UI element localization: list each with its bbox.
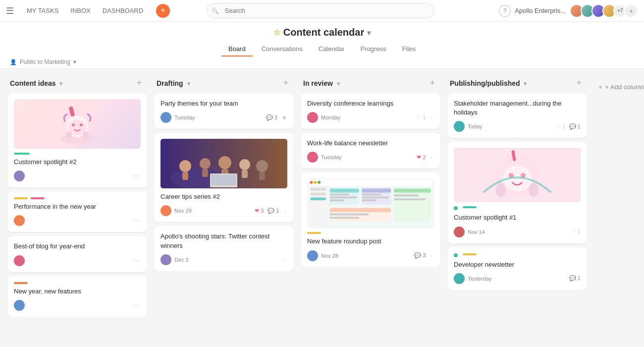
- card-career-tips-2[interactable]: Career tips series #2 Nov 29 ❤ 3 💬 1 ·: [155, 133, 293, 222]
- card-more-button[interactable]: ·: [283, 255, 287, 264]
- svg-rect-47: [394, 189, 430, 193]
- visibility-chevron-icon[interactable]: ▾: [73, 58, 76, 65]
- card-customer-spotlight-1[interactable]: Customer spotlight #1 Nov 14 ♡ 1: [448, 142, 587, 243]
- column-chevron-icon[interactable]: ▾: [337, 80, 340, 87]
- column-add-publishing[interactable]: +: [573, 77, 585, 89]
- card-avatar: [161, 254, 171, 265]
- add-column-button[interactable]: + + Add column: [594, 78, 644, 96]
- add-button[interactable]: +: [156, 4, 170, 18]
- card-illustration-unicorn2: [454, 148, 581, 202]
- card-footer: Tuesday 💬 3 ▾: [161, 112, 287, 123]
- svg-point-26: [314, 181, 317, 184]
- card-work-life-balance[interactable]: Work-life balance newsletter Tuesday ❤ 2…: [301, 133, 440, 169]
- svg-point-6: [66, 131, 72, 139]
- card-apollo-twitter[interactable]: Apollo's shooting stars: Twitter contest…: [155, 226, 293, 271]
- card-footer-right: 💬 3 ▾: [266, 113, 287, 122]
- card-more-button[interactable]: ···: [132, 301, 141, 310]
- search-input[interactable]: [207, 3, 434, 18]
- card-tags: [14, 197, 141, 199]
- card-footer-right: 💬 1: [569, 275, 581, 282]
- project-visibility: 👤 Public to Marketing ▾: [0, 57, 644, 68]
- tab-conversations[interactable]: Conversations: [255, 42, 310, 57]
- column-add-content-ideas[interactable]: +: [133, 77, 145, 89]
- card-date: Nov 28: [321, 253, 338, 259]
- tag: [463, 253, 477, 255]
- my-tasks-nav[interactable]: MY TASKS: [22, 4, 63, 17]
- help-icon[interactable]: ?: [499, 5, 511, 17]
- add-member-button[interactable]: +: [624, 4, 638, 18]
- column-chevron-icon[interactable]: ▾: [524, 80, 527, 87]
- svg-rect-30: [310, 193, 325, 196]
- card-new-feature-roundup[interactable]: New feature roundup post Nov 28 💬 3 ·: [301, 173, 440, 267]
- board: Content ideas ▾ +: [0, 69, 644, 347]
- card-performance-new-year[interactable]: Performance in the new year ···: [8, 191, 147, 232]
- card-developer-newsletter[interactable]: Developer newsletter Yesterday 💬 1: [448, 247, 587, 290]
- card-more-button[interactable]: ·: [283, 206, 287, 215]
- hamburger-menu-icon[interactable]: ☰: [6, 5, 14, 16]
- column-title-publishing: Publishing/published ▾: [450, 79, 527, 87]
- card-avatar: [307, 152, 318, 163]
- card-more-button[interactable]: ···: [132, 256, 141, 265]
- column-add-drafting[interactable]: +: [280, 77, 291, 89]
- column-chevron-icon[interactable]: ▾: [59, 80, 62, 87]
- svg-point-15: [218, 156, 231, 169]
- svg-rect-39: [362, 194, 381, 196]
- svg-point-13: [200, 158, 211, 169]
- svg-point-57: [529, 183, 538, 197]
- svg-rect-40: [362, 197, 388, 199]
- card-date: Dec 2: [174, 257, 189, 263]
- dashboard-nav[interactable]: DASHBOARD: [98, 4, 148, 17]
- inbox-nav[interactable]: INBOX: [65, 4, 95, 17]
- card-more-button[interactable]: ·: [430, 251, 434, 260]
- column-cards-drafting: Party themes for your team Tuesday 💬 3 ▾: [155, 93, 293, 271]
- tab-progress[interactable]: Progress: [354, 42, 393, 57]
- column-cards-in-review: Diversity conference learnings Monday ♡ …: [301, 93, 440, 267]
- card-party-themes[interactable]: Party themes for your team Tuesday 💬 3 ▾: [155, 93, 293, 129]
- card-avatar: [454, 227, 465, 237]
- card-more-button[interactable]: ···: [132, 172, 141, 180]
- column-add-in-review[interactable]: +: [427, 77, 438, 89]
- svg-point-19: [256, 160, 268, 172]
- tag: [31, 197, 45, 199]
- project-header: ☆ Content calendar ▾ Board Conversations…: [0, 22, 644, 69]
- card-customer-spotlight-2[interactable]: Customer spotlight #2 ···: [8, 93, 147, 187]
- card-best-of-blog[interactable]: Best-of blog for year-end ···: [8, 236, 147, 272]
- card-date: Monday: [321, 115, 340, 120]
- card-footer-left: Tuesday: [307, 152, 342, 163]
- svg-rect-24: [309, 179, 433, 186]
- card-new-year-features[interactable]: New year, new features ···: [8, 276, 147, 317]
- tab-board[interactable]: Board: [221, 42, 253, 57]
- status-dot: [454, 253, 458, 257]
- card-title: Best-of blog for year-end: [14, 242, 141, 251]
- tab-calendar[interactable]: Calendar: [312, 42, 352, 57]
- card-stakeholder-management[interactable]: Stakeholder management...during the holi…: [448, 93, 587, 138]
- card-more-button[interactable]: ·: [430, 153, 434, 162]
- card-footer: Yesterday 💬 1: [454, 273, 581, 284]
- card-title: Developer newsletter: [454, 260, 581, 269]
- column-title-in-review: In review ▾: [303, 79, 340, 87]
- card-more-button[interactable]: ·: [430, 113, 434, 122]
- title-chevron-icon[interactable]: ▾: [367, 29, 371, 37]
- unicorn2-illustration: [454, 148, 581, 202]
- topbar-nav: MY TASKS INBOX DASHBOARD: [22, 4, 148, 17]
- card-avatar: [161, 112, 171, 123]
- card-comments: 💬 1: [268, 208, 279, 214]
- star-icon[interactable]: ☆: [273, 28, 280, 37]
- card-footer-left: Nov 14: [454, 227, 485, 237]
- card-comments: 💬 1: [569, 275, 581, 282]
- card-title: Work-life balance newsletter: [307, 139, 434, 148]
- card-more-button[interactable]: ▾: [281, 113, 287, 122]
- column-chevron-icon[interactable]: ▾: [187, 80, 190, 87]
- card-more-button[interactable]: ···: [132, 216, 141, 225]
- tag: [14, 282, 28, 284]
- project-tabs: Board Conversations Calendar Progress Fi…: [0, 42, 644, 57]
- card-diversity-conference[interactable]: Diversity conference learnings Monday ♡ …: [301, 93, 440, 129]
- svg-rect-18: [242, 170, 248, 178]
- tab-files[interactable]: Files: [395, 42, 423, 57]
- card-title: Party themes for your team: [161, 99, 287, 108]
- card-tags: [307, 232, 434, 234]
- card-photo: [161, 139, 287, 188]
- svg-point-17: [239, 159, 250, 170]
- column-title-content-ideas: Content ideas ▾: [10, 79, 62, 87]
- svg-rect-45: [330, 217, 359, 219]
